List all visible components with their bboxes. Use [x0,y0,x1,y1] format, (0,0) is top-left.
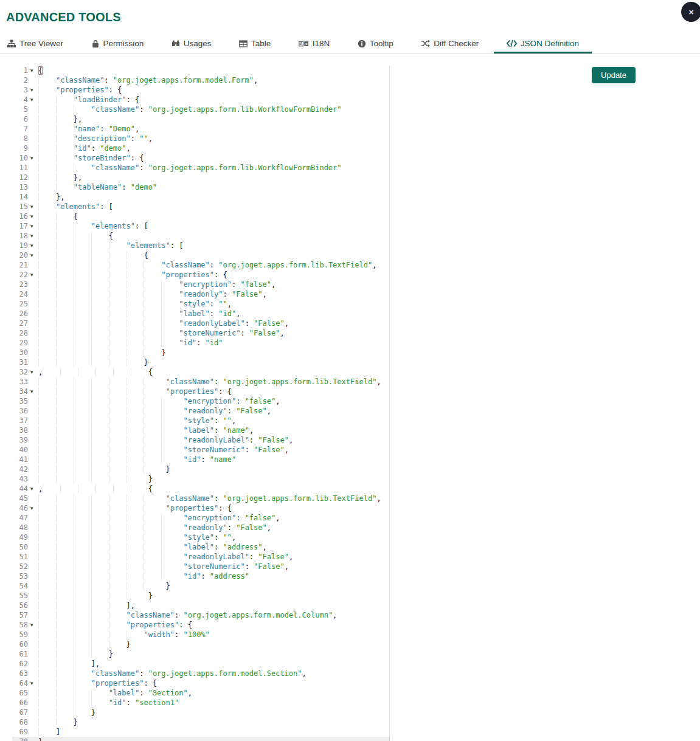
fold-toggle-icon[interactable]: ▾ [28,95,38,105]
code-line-text: } [38,581,170,591]
fold-toggle-icon[interactable]: ▾ [28,503,38,513]
line-number: 46 [12,503,28,513]
code-line: 28 "storeNumeric": "False", [12,328,389,338]
fold-gutter [28,474,38,484]
fold-gutter [28,426,38,435]
code-line: 1▾{ [12,66,389,75]
tab-tooltip[interactable]: Tooltip [358,33,393,53]
code-line: 6 }, [12,114,389,124]
tab-diff-checker[interactable]: Diff Checker [421,33,479,53]
line-number: 14 [12,192,28,202]
fold-toggle-icon[interactable]: ▾ [28,250,38,260]
code-line: 69 ] [12,727,389,737]
tab-permission[interactable]: Permission [91,33,144,53]
code-line: 12 }, [12,173,389,182]
fold-gutter [28,513,38,523]
fold-toggle-icon[interactable]: ▾ [28,85,38,95]
fold-toggle-icon[interactable]: ▾ [28,484,38,494]
fold-toggle-icon[interactable]: ▾ [28,270,38,280]
tab-tree-viewer[interactable]: Tree Viewer [7,33,63,53]
fold-gutter [28,289,38,299]
fold-gutter [28,571,38,581]
code-line: 51 "readonlyLabel": "False", [12,552,389,562]
line-number: 53 [12,571,28,581]
line-number: 12 [12,173,28,182]
json-editor[interactable]: 1▾{2 "className": "org.joget.apps.form.m… [12,66,390,741]
horizontal-scrollbar[interactable] [12,737,390,741]
fold-toggle-icon[interactable]: ▾ [28,678,38,688]
line-number: 51 [12,552,28,562]
fold-gutter [28,698,38,708]
code-line-text: "encryption": "false", [38,513,280,523]
code-line-text: "elements": [ [38,221,148,231]
line-number: 2 [12,75,28,85]
fold-toggle-icon[interactable]: ▾ [28,212,38,221]
line-number: 37 [12,416,28,426]
fold-toggle-icon[interactable]: ▾ [28,367,38,377]
fold-toggle-icon[interactable]: ▾ [28,231,38,241]
code-line: 3▾ "properties": { [12,85,389,95]
code-line: 38 "label": "name", [12,426,389,435]
lock-icon [91,40,100,48]
code-line-text: "encryption": "false", [38,396,280,406]
tab-label: Table [251,39,271,48]
fold-toggle-icon[interactable]: ▾ [28,153,38,163]
close-button[interactable]: × [681,2,700,22]
code-line: 35 "encryption": "false", [12,396,389,406]
code-line: 36 "readonly": "False", [12,406,389,416]
fold-gutter [28,523,38,532]
fold-gutter [28,377,38,387]
code-line-text: "readonly": "False", [38,289,267,299]
line-number: 18 [12,231,28,241]
fold-gutter [28,464,38,474]
update-button[interactable]: Update [592,67,636,83]
page-title: ADVANCED TOOLS [6,10,121,24]
fold-toggle-icon[interactable]: ▾ [28,387,38,396]
fold-gutter [28,581,38,591]
line-number: 49 [12,532,28,542]
tab-label: JSON Definition [521,39,579,48]
line-number: 23 [12,280,28,289]
fold-gutter [28,173,38,182]
code-line: 31 } [12,357,389,367]
fold-gutter [28,610,38,620]
code-line: 22▾ "properties": { [12,270,389,280]
line-number: 29 [12,338,28,348]
fold-gutter [28,163,38,173]
code-line: 59 "width": "100%" [12,630,389,639]
line-number: 59 [12,630,28,639]
code-line: 45 "className": "org.joget.apps.form.lib… [12,494,389,503]
fold-toggle-icon[interactable]: ▾ [28,202,38,212]
code-line-text: "style": "", [38,299,232,309]
fold-toggle-icon[interactable]: ▾ [28,241,38,250]
tab-table[interactable]: Table [239,33,271,53]
line-number: 55 [12,591,28,601]
line-number: 61 [12,649,28,659]
code-line: 24 "readonly": "False", [12,289,389,299]
fold-toggle-icon[interactable]: ▾ [28,221,38,231]
line-number: 48 [12,523,28,532]
i18n-icon: Ax [299,40,309,48]
code-line: 4▾ "loadBinder": { [12,95,389,105]
line-number: 8 [12,134,28,143]
code-line-text: } [38,708,95,717]
code-line: 37 "style": "", [12,416,389,426]
fold-toggle-icon[interactable]: ▾ [28,620,38,630]
line-number: 36 [12,406,28,416]
code-line: 54 } [12,581,389,591]
fold-toggle-icon[interactable]: ▾ [28,66,38,75]
code-line-text: } [38,591,153,601]
fold-gutter [28,124,38,134]
fold-gutter [28,562,38,571]
code-line: 21 "className": "org.joget.apps.form.lib… [12,260,389,270]
code-line-text: "tableName": "demo" [38,182,157,192]
tab-label: Tree Viewer [19,39,63,48]
code-line-text: "elements": [ [38,241,183,250]
line-number: 67 [12,708,28,717]
tab-usages[interactable]: Usages [172,33,212,53]
tab-json-definition[interactable]: JSON Definition [507,33,579,53]
line-number: 50 [12,542,28,552]
fold-gutter [28,727,38,737]
code-line-text: "id": "address" [38,571,249,581]
tab-i18n[interactable]: AxI18N [299,33,330,53]
